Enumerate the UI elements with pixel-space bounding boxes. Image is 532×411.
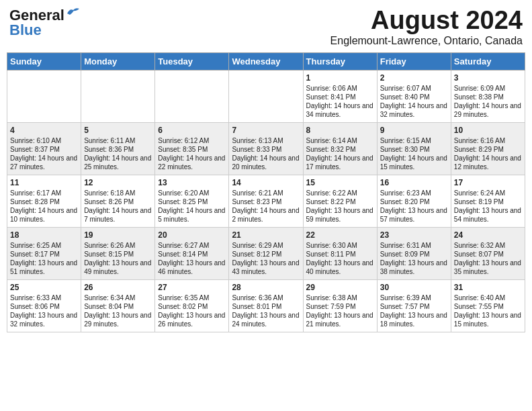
day-info: Sunset: 8:25 PM [158,197,226,206]
day-number: 19 [84,230,152,240]
day-info: Daylight: 13 hours and 38 minutes. [380,259,448,276]
day-number: 18 [10,230,78,240]
calendar-week-2: 11Sunrise: 6:17 AMSunset: 8:28 PMDayligh… [7,175,525,227]
day-info: Sunset: 8:26 PM [84,197,152,206]
day-info: Sunrise: 6:32 AM [454,241,522,250]
calendar-cell: 28Sunrise: 6:36 AMSunset: 8:01 PMDayligh… [229,279,303,332]
weekday-header-monday: Monday [81,52,155,70]
day-info: Sunset: 8:06 PM [10,302,78,311]
day-info: Sunrise: 6:07 AM [380,84,448,93]
day-info: Sunrise: 6:39 AM [380,293,448,302]
title-block: August 2024 Englemount-Lawrence, Ontario… [330,7,523,47]
calendar-cell: 5Sunrise: 6:11 AMSunset: 8:36 PMDaylight… [81,122,155,175]
calendar-week-1: 4Sunrise: 6:10 AMSunset: 8:37 PMDaylight… [7,122,525,175]
day-info: Sunset: 8:19 PM [454,197,522,206]
day-number: 12 [84,178,152,187]
month-title: August 2024 [330,7,523,35]
day-number: 8 [306,126,374,135]
day-info: Sunset: 8:15 PM [84,250,152,259]
day-info: Sunset: 8:04 PM [84,302,152,311]
day-info: Daylight: 14 hours and 2 minutes. [232,206,300,224]
calendar-cell: 18Sunrise: 6:25 AMSunset: 8:17 PMDayligh… [7,227,81,279]
calendar-cell: 27Sunrise: 6:35 AMSunset: 8:02 PMDayligh… [155,279,229,332]
day-info: Sunset: 8:38 PM [454,93,522,101]
day-number: 29 [306,283,374,292]
calendar-cell: 24Sunrise: 6:32 AMSunset: 8:07 PMDayligh… [451,227,525,279]
calendar-cell: 7Sunrise: 6:13 AMSunset: 8:33 PMDaylight… [229,122,303,175]
calendar-cell: 25Sunrise: 6:33 AMSunset: 8:06 PMDayligh… [7,279,81,332]
day-number: 4 [10,126,78,135]
day-number: 3 [454,73,522,83]
day-info: Sunrise: 6:36 AM [232,293,300,302]
day-info: Sunrise: 6:23 AM [380,189,448,197]
calendar-cell: 3Sunrise: 6:09 AMSunset: 8:38 PMDaylight… [451,70,525,122]
calendar-cell: 22Sunrise: 6:30 AMSunset: 8:11 PMDayligh… [303,227,377,279]
day-info: Sunset: 8:20 PM [380,197,448,206]
calendar-cell: 31Sunrise: 6:40 AMSunset: 7:55 PMDayligh… [451,279,525,332]
calendar-week-4: 25Sunrise: 6:33 AMSunset: 8:06 PMDayligh… [7,279,525,332]
day-info: Sunrise: 6:33 AM [10,293,78,302]
day-info: Sunrise: 6:34 AM [84,293,152,302]
day-info: Sunset: 8:17 PM [10,250,78,259]
day-info: Sunrise: 6:22 AM [306,189,374,197]
day-number: 10 [454,126,522,135]
weekday-header-sunday: Sunday [7,52,81,70]
day-info: Sunrise: 6:11 AM [84,136,152,145]
calendar-week-3: 18Sunrise: 6:25 AMSunset: 8:17 PMDayligh… [7,227,525,279]
day-info: Sunset: 8:07 PM [454,250,522,259]
day-number: 11 [10,178,78,187]
day-number: 31 [454,283,522,292]
day-info: Daylight: 14 hours and 7 minutes. [84,206,152,224]
weekday-header-friday: Friday [377,52,451,70]
calendar-cell: 9Sunrise: 6:15 AMSunset: 8:30 PMDaylight… [377,122,451,175]
day-info: Sunrise: 6:29 AM [232,241,300,250]
day-info: Sunrise: 6:14 AM [306,136,374,145]
day-info: Daylight: 14 hours and 32 minutes. [380,101,448,119]
calendar-cell: 4Sunrise: 6:10 AMSunset: 8:37 PMDaylight… [7,122,81,175]
day-info: Sunrise: 6:17 AM [10,189,78,197]
calendar-cell: 19Sunrise: 6:26 AMSunset: 8:15 PMDayligh… [81,227,155,279]
day-number: 7 [232,126,300,135]
day-info: Sunset: 7:59 PM [306,302,374,311]
day-info: Sunrise: 6:31 AM [380,241,448,250]
day-info: Daylight: 14 hours and 10 minutes. [10,206,78,224]
day-number: 23 [380,230,448,240]
day-info: Sunset: 7:55 PM [454,302,522,311]
day-info: Sunrise: 6:06 AM [306,84,374,93]
day-info: Sunrise: 6:15 AM [380,136,448,145]
day-number: 13 [158,178,226,187]
day-info: Sunrise: 6:24 AM [454,189,522,197]
day-info: Sunrise: 6:21 AM [232,189,300,197]
day-info: Sunrise: 6:18 AM [84,189,152,197]
day-number: 20 [158,230,226,240]
logo: General Blue [9,7,81,39]
day-number: 2 [380,73,448,83]
day-info: Sunrise: 6:38 AM [306,293,374,302]
day-info: Sunrise: 6:40 AM [454,293,522,302]
calendar-cell: 15Sunrise: 6:22 AMSunset: 8:22 PMDayligh… [303,175,377,227]
weekday-header-thursday: Thursday [303,52,377,70]
day-info: Daylight: 13 hours and 26 minutes. [158,311,226,328]
day-info: Sunrise: 6:35 AM [158,293,226,302]
day-info: Sunrise: 6:25 AM [10,241,78,250]
day-info: Daylight: 13 hours and 24 minutes. [232,311,300,328]
day-info: Daylight: 14 hours and 5 minutes. [158,206,226,224]
weekday-header-tuesday: Tuesday [155,52,229,70]
calendar-cell: 12Sunrise: 6:18 AMSunset: 8:26 PMDayligh… [81,175,155,227]
day-info: Daylight: 13 hours and 32 minutes. [10,311,78,328]
day-info: Sunrise: 6:16 AM [454,136,522,145]
day-number: 28 [232,283,300,292]
day-info: Sunset: 8:30 PM [380,145,448,154]
day-info: Daylight: 13 hours and 54 minutes. [454,206,522,224]
day-number: 5 [84,126,152,135]
day-info: Sunrise: 6:09 AM [454,84,522,93]
logo-blue: Blue [9,21,42,39]
calendar-cell: 30Sunrise: 6:39 AMSunset: 7:57 PMDayligh… [377,279,451,332]
day-info: Sunrise: 6:10 AM [10,136,78,145]
day-info: Sunset: 8:41 PM [306,93,374,101]
calendar-cell: 10Sunrise: 6:16 AMSunset: 8:29 PMDayligh… [451,122,525,175]
day-number: 24 [454,230,522,240]
calendar-week-0: 1Sunrise: 6:06 AMSunset: 8:41 PMDaylight… [7,70,525,122]
day-number: 14 [232,178,300,187]
calendar-cell: 16Sunrise: 6:23 AMSunset: 8:20 PMDayligh… [377,175,451,227]
